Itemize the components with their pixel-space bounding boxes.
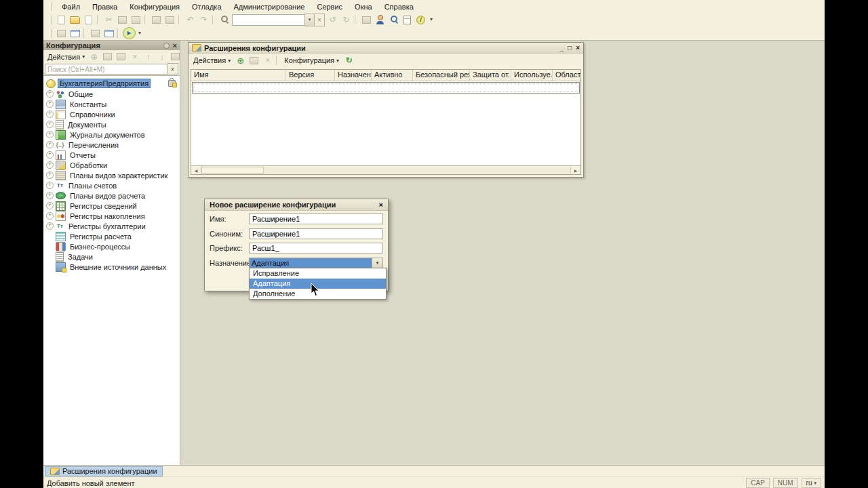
global-search-input[interactable] [232,14,304,26]
dialog-close-icon[interactable]: × [379,201,383,209]
extensions-window-title-bar[interactable]: Расширения конфигурации _ □ × [189,43,583,54]
menu-administration[interactable]: Администрирование [228,1,311,12]
combo-caret-icon[interactable]: ▾ [372,258,382,268]
find-next-icon[interactable]: ↻ [340,14,353,26]
new-file-icon[interactable] [55,14,68,26]
extensions-actions-menu[interactable]: Действия [191,56,233,64]
tree-root-item[interactable]: БухгалтерияПредприятия [43,78,180,89]
expander-icon[interactable] [46,161,54,169]
close-icon[interactable]: × [576,44,580,52]
debug-options-caret-icon[interactable]: ▾ [136,28,143,39]
tree-item-common[interactable]: Общие [43,89,180,99]
column-header[interactable]: Версия [286,70,335,81]
expander-icon[interactable] [46,171,54,179]
copy-item-icon[interactable] [115,51,127,62]
expander-icon[interactable] [46,222,54,230]
grid-icon[interactable] [55,28,68,39]
tree-item-characteristic-types[interactable]: Планы видов характеристик [43,170,180,180]
tree-item-information-registers[interactable]: Регистры сведений [43,201,180,211]
open-file-icon[interactable] [68,14,81,26]
tree-search-clear-icon[interactable]: × [167,63,178,75]
menu-configuration[interactable]: Конфигурация [123,1,186,12]
extensions-configuration-menu[interactable]: Конфигурация [282,56,341,64]
tree-item-enums[interactable]: Перечисления [43,140,180,150]
language-selector[interactable]: ru▾ [802,478,821,488]
tree-item-accumulation-registers[interactable]: Регистры накопления [43,211,180,221]
refresh-db-config-icon[interactable] [68,28,81,39]
tree-item-data-processors[interactable]: Обработки [43,160,180,170]
save-icon[interactable] [82,14,95,26]
column-header[interactable]: Активно [372,70,413,81]
back-icon[interactable]: ↶ [184,14,197,26]
pages-icon[interactable] [89,28,102,39]
menu-windows[interactable]: Окна [349,1,378,12]
tree-item-charts-of-accounts[interactable]: Планы счетов [43,180,180,190]
menu-help[interactable]: Справка [378,1,420,12]
purpose-combobox[interactable]: Адаптация ▾ [249,258,383,268]
edit-icon[interactable] [101,51,114,62]
scrollbar-thumb[interactable] [201,167,264,174]
prefix-field[interactable] [249,243,383,253]
scroll-left-icon[interactable]: ◀ [191,166,201,174]
column-header[interactable]: Назначение [335,70,372,81]
compare-files-icon[interactable] [360,14,373,26]
expander-icon[interactable] [46,151,54,159]
expander-icon[interactable] [46,90,54,98]
edit-extension-icon[interactable] [248,55,260,66]
forward-icon[interactable]: ↷ [197,14,210,26]
minimize-icon[interactable]: _ [560,44,564,52]
add-extension-icon[interactable]: ⊕ [234,55,247,66]
menu-debug[interactable]: Отладка [186,1,227,12]
tree-item-business-processes[interactable]: Бизнес-процессы [43,241,180,251]
tree-item-documents[interactable]: Документы [43,119,180,129]
synonym-field[interactable] [249,228,383,239]
column-header[interactable]: Используе... [511,70,553,81]
column-header[interactable]: Защита от... [470,70,511,81]
expander-icon[interactable] [46,141,54,148]
refresh-icon[interactable]: ↻ [342,55,355,66]
search-history-caret-icon[interactable]: ▾ [304,14,315,26]
column-header[interactable]: Область [553,70,580,81]
panel-close-icon[interactable]: × [173,42,177,49]
open-window-icon[interactable] [102,28,115,39]
delete-icon[interactable]: × [128,51,141,62]
tree-item-constants[interactable]: Константы [43,99,180,109]
move-up-icon[interactable]: ↑ [142,51,155,62]
empty-focus-row[interactable] [192,82,580,94]
tree-item-accounting-registers[interactable]: Регистры бухгалтерии [43,221,180,231]
info-icon[interactable] [414,14,427,26]
table-body[interactable] [191,81,580,165]
column-header[interactable]: Безопасный реж... [413,70,470,81]
print-icon[interactable] [150,14,163,26]
expander-icon[interactable] [46,212,54,220]
print-preview-icon[interactable] [163,14,176,26]
move-down-icon[interactable]: ↓ [155,51,168,62]
maximize-icon[interactable]: □ [568,44,572,52]
delete-extension-icon[interactable]: × [261,55,274,66]
panel-title-bar[interactable]: Конфигурация × [43,41,180,50]
expander-icon[interactable] [46,202,54,209]
expander-icon[interactable] [46,121,54,128]
tree-search-input[interactable] [45,64,167,75]
actions-menu[interactable]: Действия [45,53,87,61]
tree-item-tasks[interactable]: Задачи [43,251,180,262]
menu-edit[interactable]: Правка [86,1,123,12]
expander-icon[interactable] [46,182,54,189]
name-field[interactable] [249,214,383,224]
toolbar-options-caret-icon[interactable]: ▾ [428,14,435,26]
expander-icon[interactable] [46,131,54,138]
tree-item-external-data-sources[interactable]: Внешние источники данных [43,262,180,272]
option-correction[interactable]: Исправление [250,268,386,279]
tree-item-calculation-registers[interactable]: Регистры расчета [43,231,180,241]
menu-service[interactable]: Сервис [311,1,349,12]
active-users-icon[interactable] [374,14,387,26]
tree-item-catalogs[interactable]: Справочники [43,109,180,119]
expander-icon[interactable] [46,192,54,199]
tree-item-document-journals[interactable]: Журналы документов [43,129,180,140]
cut-icon[interactable]: ✂ [102,14,115,26]
syntax-check-icon[interactable] [401,14,414,26]
add-icon[interactable]: ⊕ [87,51,100,62]
auto-hide-pin-icon[interactable] [163,43,170,49]
scroll-right-icon[interactable]: ▶ [570,166,580,174]
expander-icon[interactable] [46,110,54,118]
